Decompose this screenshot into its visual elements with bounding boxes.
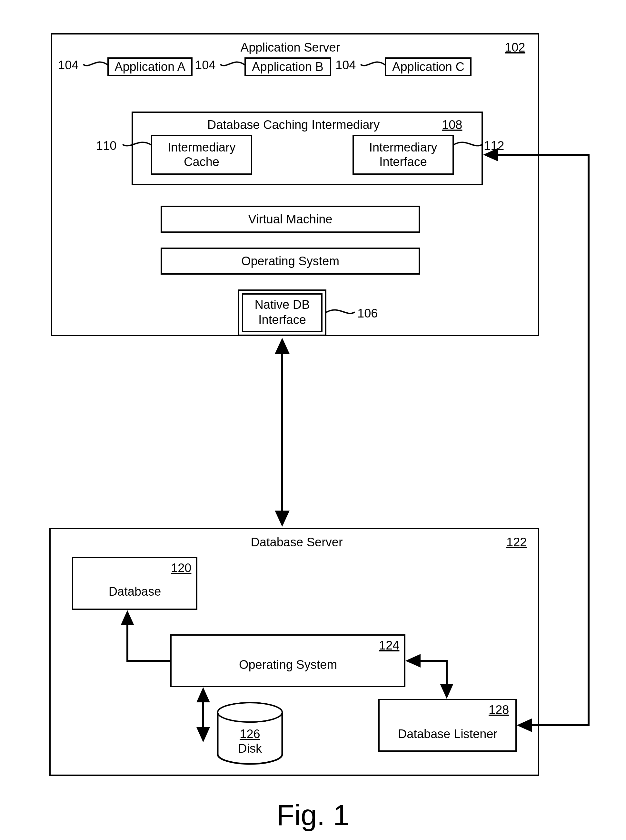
app-a-ref: 104 [58,58,78,72]
dci-cache-l2: Cache [184,155,219,169]
disk-label: Disk [238,742,262,755]
dci-title: Database Caching Intermediary [207,118,380,131]
dci-interface-l2: Interface [379,155,427,169]
dci-cache-ref: 110 [96,139,116,153]
database-label: Database [109,585,161,598]
db-os-label: Operating System [239,658,337,671]
disk-ref: 126 [239,727,260,741]
app-server-ref: 102 [505,41,525,54]
app-b-label: Application B [252,60,324,73]
svg-marker-7 [275,338,290,354]
arrow-between-servers [275,338,290,527]
db-os-ref: 124 [379,639,399,652]
database-ref: 120 [171,561,191,575]
native-db-l2: Interface [258,313,306,326]
dci-cache-l1: Intermediary [167,141,235,154]
app-c-label: Application C [392,60,465,73]
svg-marker-8 [275,511,290,527]
db-server-ref: 122 [506,536,527,549]
figure-1: Application Server 102 Application A 104… [0,0,626,840]
native-db-ref: 106 [357,306,378,320]
app-c-ref: 104 [335,58,356,72]
vm-label: Virtual Machine [248,212,332,226]
app-server-title: Application Server [241,41,340,54]
dci-box: Database Caching Intermediary 108 Interm… [96,112,504,185]
native-db-l1: Native DB [255,298,310,311]
app-a-label: Application A [114,60,185,73]
svg-rect-4 [239,290,326,335]
figure-label: Fig. 1 [276,799,349,831]
app-os-label: Operating System [241,254,339,268]
dci-interface-l1: Intermediary [369,141,437,154]
app-b-ref: 104 [195,58,216,72]
db-server-title: Database Server [250,536,343,549]
svg-point-10 [218,703,282,722]
db-listener-label: Database Listener [398,727,498,741]
dci-ref: 108 [442,118,462,131]
db-listener-ref: 128 [488,703,509,717]
